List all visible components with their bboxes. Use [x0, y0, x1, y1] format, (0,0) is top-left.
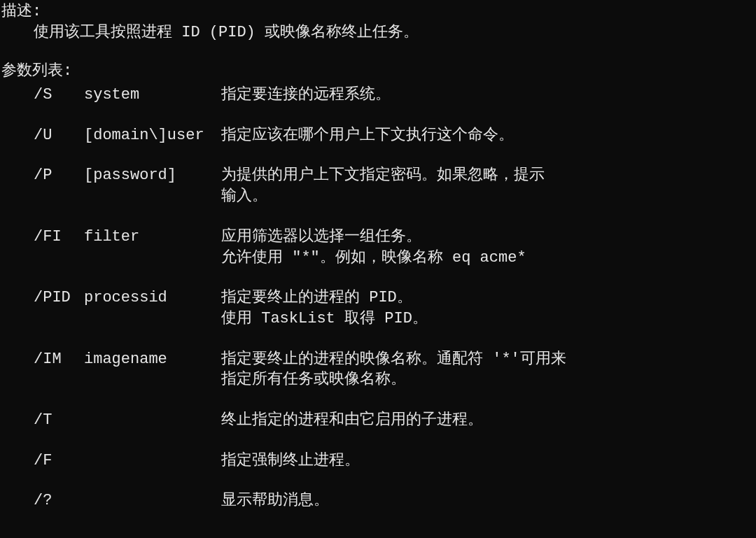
- param-desc: 指定要终止的进程的映像名称。通配符 '*'可用来 指定所有任务或映像名称。: [221, 349, 756, 390]
- param-arg: processid: [84, 288, 221, 329]
- param-desc: 为提供的用户上下文指定密码。如果忽略，提示 输入。: [221, 165, 756, 206]
- param-desc: 显示帮助消息。: [221, 490, 756, 511]
- param-row-pid: /PID processid 指定要终止的进程的 PID。 使用 TaskLis…: [0, 288, 756, 329]
- param-arg: [84, 451, 221, 472]
- param-flag: /F: [34, 451, 84, 472]
- param-flag: /PID: [34, 288, 84, 329]
- param-row-s: /S system 指定要连接的远程系统。: [0, 85, 756, 106]
- param-desc: 应用筛选器以选择一组任务。 允许使用 "*"。例如，映像名称 eq acme*: [221, 227, 756, 268]
- description-header: 描述:: [0, 1, 756, 22]
- console-output: 描述: 使用该工具按照进程 ID (PID) 或映像名称终止任务。 参数列表: …: [0, 1, 756, 511]
- param-row-fi: /FI filter 应用筛选器以选择一组任务。 允许使用 "*"。例如，映像名…: [0, 227, 756, 268]
- params-header: 参数列表:: [0, 61, 756, 82]
- param-desc: 指定应该在哪个用户上下文执行这个命令。: [221, 125, 756, 146]
- param-row-help: /? 显示帮助消息。: [0, 490, 756, 511]
- param-flag: /T: [34, 410, 84, 431]
- param-row-u: /U [domain\]user 指定应该在哪个用户上下文执行这个命令。: [0, 125, 756, 146]
- param-arg: [domain\]user: [84, 125, 221, 146]
- param-desc: 终止指定的进程和由它启用的子进程。: [221, 410, 756, 431]
- param-flag: /IM: [34, 349, 84, 390]
- param-desc: 指定要终止的进程的 PID。 使用 TaskList 取得 PID。: [221, 288, 756, 329]
- param-flag: /S: [34, 85, 84, 106]
- param-flag: /FI: [34, 227, 84, 268]
- param-flag: /P: [34, 165, 84, 206]
- param-row-t: /T 终止指定的进程和由它启用的子进程。: [0, 410, 756, 431]
- param-row-f: /F 指定强制终止进程。: [0, 451, 756, 472]
- param-row-p: /P [password] 为提供的用户上下文指定密码。如果忽略，提示 输入。: [0, 165, 756, 206]
- param-arg: imagename: [84, 349, 221, 390]
- param-desc: 指定强制终止进程。: [221, 451, 756, 472]
- param-arg: [84, 490, 221, 511]
- param-desc: 指定要连接的远程系统。: [221, 85, 756, 106]
- description-body: 使用该工具按照进程 ID (PID) 或映像名称终止任务。: [0, 22, 756, 43]
- param-arg: filter: [84, 227, 221, 268]
- param-arg: system: [84, 85, 221, 106]
- param-flag: /U: [34, 125, 84, 146]
- param-flag: /?: [34, 490, 84, 511]
- param-row-im: /IM imagename 指定要终止的进程的映像名称。通配符 '*'可用来 指…: [0, 349, 756, 390]
- param-arg: [password]: [84, 165, 221, 206]
- param-arg: [84, 410, 221, 431]
